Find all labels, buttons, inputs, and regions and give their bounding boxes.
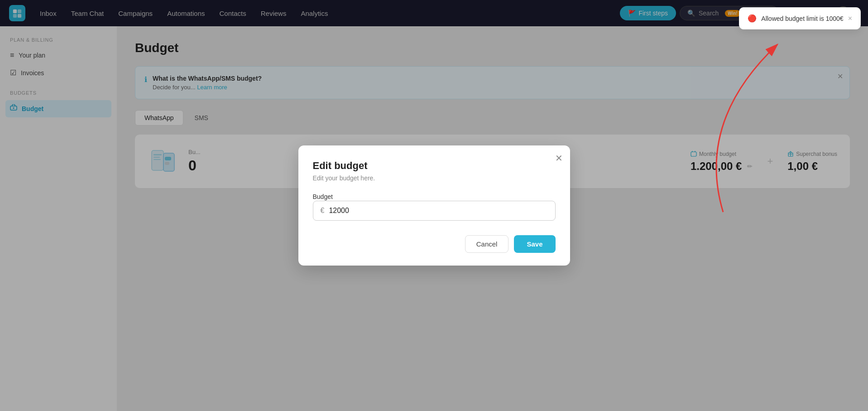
error-toast: 🔴 Allowed budget limit is 1000€ × [739,7,861,29]
toast-close-button[interactable]: × [848,15,852,23]
modal-subtitle: Edit your budget here. [313,174,556,182]
modal-field-label: Budget [313,193,333,200]
modal-title: Edit budget [313,160,556,172]
save-button[interactable]: Save [514,235,555,253]
modal-actions: Cancel Save [313,235,556,253]
edit-budget-modal: ✕ Edit budget Edit your budget here. Bud… [298,145,570,266]
toast-message: Allowed budget limit is 1000€ [761,15,843,22]
budget-input[interactable] [329,207,547,215]
currency-symbol: € [321,207,325,215]
modal-overlay[interactable]: ✕ Edit budget Edit your budget here. Bud… [0,0,868,411]
error-icon: 🔴 [748,14,757,23]
cancel-button[interactable]: Cancel [465,235,509,253]
modal-close-button[interactable]: ✕ [555,153,563,164]
modal-input-wrap: € [313,201,556,221]
